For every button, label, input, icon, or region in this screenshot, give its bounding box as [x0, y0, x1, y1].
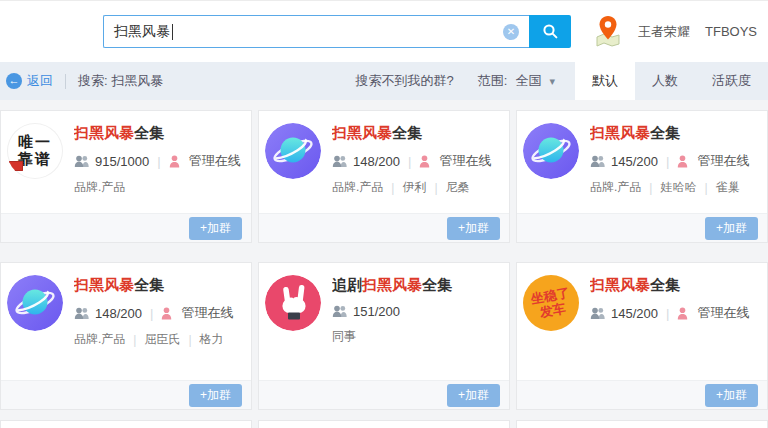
partial-next-row — [0, 420, 768, 428]
group-title: 扫黑风暴全集 — [332, 124, 499, 143]
group-card[interactable]: 坐稳了发车 扫黑风暴全集 145/200 — [516, 262, 768, 410]
group-avatar — [265, 123, 321, 179]
card-footer: +加群 — [259, 380, 509, 409]
search-icon — [542, 23, 559, 40]
group-title: 扫黑风暴全集 — [590, 276, 757, 295]
location-map-icon[interactable] — [593, 14, 623, 50]
scope-dropdown[interactable]: 范围: 全国 ▾ — [478, 72, 555, 90]
group-tags: 同事 — [332, 328, 499, 345]
member-count: 148/200 — [353, 154, 400, 169]
partial-card — [0, 420, 252, 428]
group-tag: 品牌.产品 — [74, 179, 125, 196]
card-footer: +加群 — [517, 380, 767, 409]
group-title: 扫黑风暴全集 — [74, 276, 241, 295]
group-avatar — [7, 275, 63, 331]
cant-find-group-link[interactable]: 搜索不到我的群? — [356, 72, 454, 90]
member-count: 145/200 — [611, 154, 658, 169]
join-group-button[interactable]: +加群 — [447, 384, 500, 407]
member-count: 915/1000 — [95, 154, 149, 169]
admin-person-icon — [419, 155, 430, 168]
member-count: 151/200 — [353, 304, 400, 319]
top-search-bar: 扫黑风暴 ✕ 王者荣耀 TFBOYS 鹿晗 — [0, 0, 768, 62]
members-icon — [74, 155, 90, 168]
tag-separator: | — [649, 181, 652, 195]
stat-divider: | — [150, 306, 153, 321]
group-avatar — [265, 275, 321, 331]
member-count: 145/200 — [611, 306, 658, 321]
group-card[interactable]: 追剧扫黑风暴全集 151/200 同事 — [258, 262, 510, 410]
join-group-button[interactable]: +加群 — [705, 384, 758, 407]
admin-person-icon — [677, 155, 688, 168]
group-card[interactable]: 扫黑风暴全集 148/200 | — [258, 110, 510, 243]
search-input[interactable]: 扫黑风暴 ✕ — [103, 15, 529, 48]
admin-online-status: 管理在线 — [419, 152, 491, 170]
group-card[interactable]: 扫黑风暴全集 145/200 | — [516, 110, 768, 243]
stat-divider: | — [408, 154, 411, 169]
group-tag: 品牌.产品 — [74, 331, 125, 348]
rock-hand-icon — [265, 275, 321, 331]
group-avatar: 坐稳了发车 — [523, 275, 579, 331]
search-button[interactable] — [529, 15, 571, 48]
join-group-button[interactable]: +加群 — [447, 217, 500, 240]
group-tag: 品牌.产品 — [332, 179, 383, 196]
join-group-button[interactable]: +加群 — [189, 384, 242, 407]
admin-online-status: 管理在线 — [677, 152, 749, 170]
group-tag: 格力 — [200, 331, 224, 348]
back-label: 返回 — [27, 72, 53, 90]
group-card[interactable]: 扫黑风暴全集 148/200 | — [0, 262, 252, 410]
scope-label: 范围: — [478, 72, 508, 90]
group-title: 扫黑风暴全集 — [74, 124, 241, 143]
toolbar-divider — [65, 74, 66, 89]
hot-link-0[interactable]: 王者荣耀 — [638, 23, 690, 41]
tab-activity[interactable]: 活跃度 — [695, 62, 768, 100]
planet-icon — [7, 275, 63, 331]
text-caret — [172, 24, 173, 40]
tab-member-count[interactable]: 人数 — [635, 62, 695, 100]
group-tag: 同事 — [332, 328, 356, 345]
back-button[interactable]: ← 返回 — [6, 72, 53, 90]
members-icon — [590, 307, 606, 320]
admin-person-icon — [169, 155, 180, 168]
group-tags: 品牌.产品|伊利|尼桑 — [332, 179, 499, 196]
back-arrow-icon: ← — [6, 73, 22, 89]
group-title: 追剧扫黑风暴全集 — [332, 276, 499, 295]
group-tags: 品牌.产品|娃哈哈|雀巢 — [590, 179, 757, 196]
scope-value: 全国 — [515, 72, 541, 90]
members-icon — [74, 307, 90, 320]
group-tags: 品牌.产品|屈臣氏|格力 — [74, 331, 241, 348]
tag-separator: | — [434, 181, 437, 195]
group-card[interactable]: 唯一靠谱 扫黑风暴全集 — [0, 110, 252, 243]
join-group-button[interactable]: +加群 — [189, 217, 242, 240]
card-footer: +加群 — [1, 213, 251, 242]
tag-separator: | — [391, 181, 394, 195]
join-group-button[interactable]: +加群 — [705, 217, 758, 240]
group-title: 扫黑风暴全集 — [590, 124, 757, 143]
group-avatar: 唯一靠谱 — [7, 123, 63, 179]
group-tags: 品牌.产品 — [74, 179, 241, 196]
results-area: 唯一靠谱 扫黑风暴全集 — [0, 100, 768, 428]
hot-link-1[interactable]: TFBOYS — [705, 24, 757, 39]
member-count: 148/200 — [95, 306, 142, 321]
members-icon — [332, 305, 348, 318]
planet-icon — [523, 123, 579, 179]
chevron-down-icon: ▾ — [549, 75, 555, 88]
search-query-text: 扫黑风暴 — [114, 23, 170, 41]
tag-separator: | — [188, 333, 191, 347]
admin-online-status: 管理在线 — [677, 304, 749, 322]
stat-divider: | — [157, 154, 160, 169]
tab-default[interactable]: 默认 — [575, 62, 635, 100]
planet-icon — [265, 123, 321, 179]
clear-search-icon[interactable]: ✕ — [503, 24, 519, 40]
results-toolbar: ← 返回 搜索: 扫黑风暴 搜索不到我的群? 范围: 全国 ▾ 默认 人数 活跃… — [0, 62, 768, 100]
admin-person-icon — [677, 307, 688, 320]
group-tag: 品牌.产品 — [590, 179, 641, 196]
members-icon — [332, 155, 348, 168]
stat-divider: | — [666, 306, 669, 321]
tag-separator: | — [133, 333, 136, 347]
seal-stamp-icon — [9, 161, 23, 171]
group-tag: 尼桑 — [446, 179, 470, 196]
card-footer: +加群 — [259, 213, 509, 242]
members-icon — [590, 155, 606, 168]
card-footer: +加群 — [1, 380, 251, 409]
stat-divider: | — [666, 154, 669, 169]
